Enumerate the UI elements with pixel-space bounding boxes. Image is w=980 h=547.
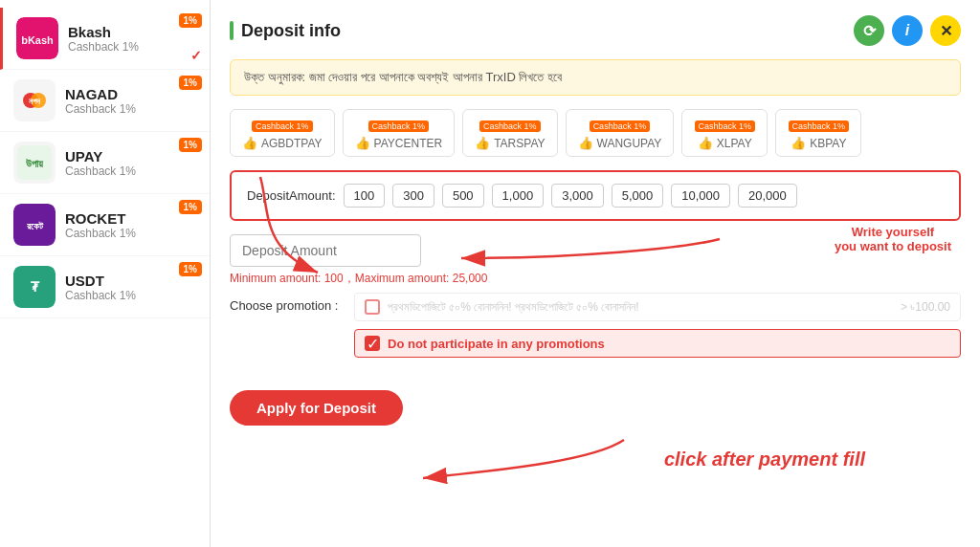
agbdtpay-cashback-badge: Cashback 1% (252, 120, 313, 132)
usdt-text: USDT Cashback 1% (65, 273, 136, 302)
bkash-name: Bkash (68, 24, 139, 40)
sidebar: bKash Bkash Cashback 1% 1% ✓ নগদ NAGAD (0, 0, 211, 547)
upay-cashback-badge: 1% (179, 138, 202, 152)
deposit-amount-row: DepositAmount: 100 300 500 1,000 3,000 5… (247, 184, 944, 208)
info-button[interactable]: i (892, 15, 923, 46)
svg-text:₮: ₮ (31, 279, 40, 295)
amount-btn-3000[interactable]: 3,000 (551, 184, 604, 208)
apply-button-container: Apply for Deposit (230, 381, 961, 426)
notice-text: উক্ত অনুমারক: জমা দেওয়ার পরে আপনাকে অবশ… (244, 70, 562, 84)
min-max-text: Minimum amount: 100，Maximum amount: 25,0… (230, 271, 487, 287)
info-icon: i (905, 22, 909, 39)
amount-btn-300[interactable]: 300 (392, 184, 434, 208)
refresh-button[interactable]: ⟳ (854, 15, 884, 46)
bkash-text: Bkash Cashback 1% (68, 24, 139, 54)
page-title: Deposit info (230, 21, 341, 41)
deposit-input-row: Minimum amount: 100，Maximum amount: 25,0… (230, 234, 961, 287)
paycenter-cashback-badge: Cashback 1% (368, 120, 430, 132)
amount-btn-1000[interactable]: 1,000 (492, 184, 545, 208)
kbpay-cashback-badge: Cashback 1% (789, 120, 850, 132)
refresh-icon: ⟳ (863, 22, 876, 40)
promo-checkbox-1[interactable] (365, 299, 380, 315)
wangupay-thumb-icon: 👍 (578, 136, 593, 150)
sidebar-item-bkash[interactable]: bKash Bkash Cashback 1% 1% ✓ (0, 8, 210, 70)
payment-methods: Cashback 1% 👍 AGBDTPAY Cashback 1% 👍 PAY… (230, 109, 961, 157)
promo-option-1-amount: > ৳100.00 (901, 300, 950, 314)
upay-name: UPAY (65, 148, 136, 164)
upay-icon: উপায় (13, 142, 56, 184)
paycenter-label: 👍 PAYCENTER (355, 136, 443, 150)
promo-option-2[interactable]: ✓ Do not participate in any promotions (354, 329, 961, 358)
sidebar-item-rocket[interactable]: রকেট ROCKET Cashback 1% 1% (0, 194, 210, 256)
bkash-cashback: Cashback 1% (68, 40, 139, 54)
promo-checkbox-2[interactable]: ✓ (365, 336, 380, 351)
promo-option-1-text: প্রথমডিপোজিটে ৫০% বোনাসনিন! প্রথমডিপোজিট… (388, 300, 893, 314)
amount-btn-10000[interactable]: 10,000 (671, 184, 730, 208)
kbpay-label: 👍 KBPAY (788, 136, 849, 150)
wangupay-label: 👍 WANGUPAY (578, 136, 662, 150)
payment-method-xlpay[interactable]: Cashback 1% 👍 XLPAY (681, 109, 768, 157)
payment-method-kbpay[interactable]: Cashback 1% 👍 KBPAY (775, 109, 861, 157)
bkash-icon: bKash (16, 17, 58, 59)
rocket-icon: রকেট (13, 204, 56, 246)
bkash-check-badge: ✓ (190, 48, 202, 63)
nagad-cashback: Cashback 1% (65, 102, 136, 116)
xlpay-cashback-badge: Cashback 1% (695, 120, 756, 132)
notice-box: উক্ত অনুমারক: জমা দেওয়ার পরে আপনাকে অবশ… (230, 59, 961, 96)
amount-btn-100[interactable]: 100 (344, 184, 386, 208)
svg-text:রকেট: রকেট (27, 221, 44, 231)
rocket-text: ROCKET Cashback 1% (65, 210, 136, 240)
upay-cashback: Cashback 1% (65, 164, 136, 178)
tarspay-thumb-icon: 👍 (475, 136, 490, 150)
header-row: Deposit info ⟳ i ✕ (230, 15, 961, 46)
main-content: Deposit info ⟳ i ✕ উক্ত অনুমারক: জমা দেও… (211, 0, 980, 547)
amount-btn-20000[interactable]: 20,000 (738, 184, 797, 208)
close-icon: ✕ (940, 22, 952, 40)
payment-method-agbdtpay[interactable]: Cashback 1% 👍 AGBDTPAY (230, 109, 335, 157)
promotion-row: Choose promotion : প্রথমডিপোজিটে ৫০% বোন… (230, 293, 961, 365)
promo-label: Choose promotion : (230, 293, 345, 313)
paycenter-thumb-icon: 👍 (355, 136, 370, 150)
deposit-amount-input[interactable] (230, 234, 421, 267)
rocket-name: ROCKET (65, 210, 136, 227)
rocket-cashback-badge: 1% (179, 200, 202, 214)
usdt-cashback-badge: 1% (179, 262, 202, 276)
xlpay-label: 👍 XLPAY (694, 136, 755, 150)
promo-option-1[interactable]: প্রথমডিপোজিটে ৫০% বোনাসনিন! প্রথমডিপোজিট… (354, 293, 961, 321)
amount-btn-500[interactable]: 500 (442, 184, 484, 208)
svg-text:bKash: bKash (21, 34, 54, 46)
nagad-name: NAGAD (65, 86, 136, 102)
xlpay-thumb-icon: 👍 (698, 136, 713, 150)
svg-text:উপায়: উপায় (26, 158, 44, 169)
wangupay-cashback-badge: Cashback 1% (590, 120, 651, 132)
tarspay-cashback-badge: Cashback 1% (479, 120, 541, 132)
promo-options: প্রথমডিপোজিটে ৫০% বোনাসনিন! প্রথমডিপোজিট… (354, 293, 961, 365)
upay-text: UPAY Cashback 1% (65, 148, 136, 178)
close-button[interactable]: ✕ (930, 15, 961, 46)
promo-option-2-text: Do not participate in any promotions (388, 337, 605, 351)
deposit-amount-box: DepositAmount: 100 300 500 1,000 3,000 5… (230, 170, 961, 221)
payment-method-tarspay[interactable]: Cashback 1% 👍 TARSPAY (462, 109, 557, 157)
sidebar-item-upay[interactable]: উপায় UPAY Cashback 1% 1% (0, 132, 210, 194)
header-icons: ⟳ i ✕ (854, 15, 961, 46)
usdt-cashback: Cashback 1% (65, 289, 136, 302)
sidebar-item-nagad[interactable]: নগদ NAGAD Cashback 1% 1% (0, 70, 210, 132)
nagad-icon: নগদ (13, 79, 56, 121)
rocket-cashback: Cashback 1% (65, 227, 136, 240)
kbpay-thumb-icon: 👍 (791, 136, 806, 150)
bkash-cashback-badge: 1% (179, 13, 202, 28)
nagad-text: NAGAD Cashback 1% (65, 86, 136, 116)
sidebar-item-usdt[interactable]: ₮ USDT Cashback 1% 1% (0, 256, 210, 318)
agbdtpay-thumb-icon: 👍 (242, 136, 257, 150)
click-annotation: click after payment fill (664, 449, 865, 470)
agbdtpay-label: 👍 AGBDTPAY (242, 136, 323, 150)
apply-for-deposit-button[interactable]: Apply for Deposit (230, 390, 403, 426)
payment-method-wangupay[interactable]: Cashback 1% 👍 WANGUPAY (566, 109, 675, 157)
svg-text:নগদ: নগদ (29, 97, 41, 106)
nagad-cashback-badge: 1% (179, 76, 202, 90)
usdt-icon: ₮ (13, 266, 56, 308)
tarspay-label: 👍 TARSPAY (475, 136, 545, 150)
usdt-name: USDT (65, 273, 136, 289)
payment-method-paycenter[interactable]: Cashback 1% 👍 PAYCENTER (343, 109, 456, 157)
amount-btn-5000[interactable]: 5,000 (612, 184, 664, 208)
